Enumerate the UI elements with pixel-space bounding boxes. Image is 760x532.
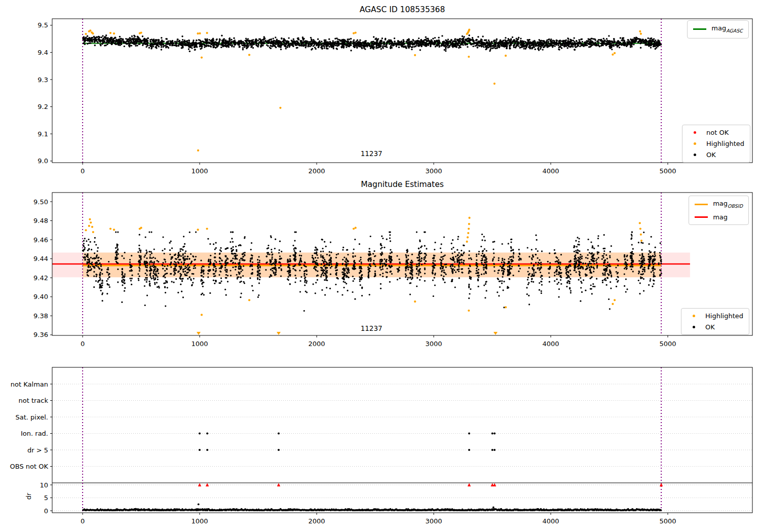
legend-label-highlighted: Highlighted [706,140,744,147]
top-ok-scatter [82,34,662,52]
svg-text:3000: 3000 [425,517,442,525]
legend-label-highlighted-mid: Highlighted [705,312,743,320]
legend-entry-mag: mag [695,213,743,221]
svg-text:9.40: 9.40 [33,293,48,300]
figure: 112370100020003000400050009.09.19.29.39.… [0,0,760,532]
top-chart: 112370100020003000400050009.09.19.29.39.… [37,19,752,175]
legend-entry-highlighted: Highlighted [688,140,744,147]
svg-text:not track: not track [18,397,48,404]
svg-text:0: 0 [81,340,85,348]
svg-text:1000: 1000 [191,340,208,348]
svg-text:2000: 2000 [308,517,325,525]
middle-legend-markers: Highlighted OK [681,308,749,335]
legend-label-mag-obsid: magOBSID [713,200,743,210]
top-chart-title: AGASC ID 108535368 [52,5,752,14]
svg-text:Sat. pixel.: Sat. pixel. [16,413,48,421]
svg-text:0: 0 [44,507,48,515]
not-ok-dot-swatch [688,131,701,134]
legend-label-mag-agasc: magAGASC [711,24,743,34]
ok-dot-swatch [688,154,701,156]
dr-trace [82,503,662,511]
svg-text:4000: 4000 [542,167,559,175]
legend-entry-highlighted-mid: Highlighted [687,312,743,320]
svg-text:4000: 4000 [542,517,559,525]
svg-text:9.44: 9.44 [33,255,48,262]
dr-axis-label: dr [25,493,32,500]
legend-entry-mag-obsid: magOBSID [695,200,743,210]
svg-text:1000: 1000 [191,167,208,175]
legend-entry-ok-mid: OK [687,323,743,331]
svg-text:9.38: 9.38 [33,312,48,320]
ok-dot-swatch-mid [687,326,700,328]
top-legend-markers: not OK Highlighted OK [682,125,750,163]
svg-text:3000: 3000 [425,340,442,348]
legend-label-ok: OK [706,151,716,159]
top-legend-mag-agasc: magAGASC [687,20,749,39]
svg-text:not Kalman: not Kalman [11,381,48,388]
mag-obsid-line-swatch [695,204,708,205]
highlighted-dot-swatch [688,142,701,145]
legend-label-mag: mag [713,213,728,221]
middle-chart: 112370100020003000400050009.369.389.409.… [33,193,752,348]
bottom-gridlines [52,384,752,511]
svg-text:10: 10 [40,481,48,489]
svg-text:9.2: 9.2 [37,103,48,110]
svg-text:4000: 4000 [542,340,559,348]
svg-text:5000: 5000 [659,167,676,175]
svg-text:0: 0 [81,167,85,175]
legend-entry-mag-agasc: magAGASC [693,24,743,34]
legend-label-ok-mid: OK [705,323,715,331]
svg-text:0: 0 [81,517,85,525]
mag-agasc-line-swatch [693,28,706,30]
svg-text:9.50: 9.50 [33,198,48,206]
middle-legend-lines: magOBSID mag [689,196,749,225]
mag-line-swatch [695,216,708,218]
legend-entry-ok: OK [688,151,744,159]
svg-text:5000: 5000 [659,340,676,348]
svg-text:3000: 3000 [425,167,442,175]
svg-text:9.3: 9.3 [37,76,48,84]
svg-text:5: 5 [44,494,48,502]
svg-text:9.0: 9.0 [37,157,48,165]
svg-text:Ion. rad.: Ion. rad. [21,430,48,437]
legend-entry-not-ok: not OK [688,129,744,136]
svg-text:9.5: 9.5 [37,21,48,29]
flag-dots [199,433,496,451]
legend-label-not-ok: not OK [706,129,729,136]
svg-text:9.36: 9.36 [33,331,48,338]
middle-clipped-low-markers [197,332,498,335]
svg-text:5000: 5000 [659,517,676,525]
plots-canvas: 112370100020003000400050009.09.19.29.39.… [0,0,760,532]
svg-text:2000: 2000 [308,340,325,348]
clipped-dr-markers [198,483,663,487]
svg-text:2000: 2000 [308,167,325,175]
top-annotation-obsid: 11237 [361,149,383,158]
svg-text:9.48: 9.48 [33,217,48,224]
middle-chart-title: Magnitude Estimates [52,180,752,189]
svg-text:9.46: 9.46 [33,236,48,244]
svg-text:1000: 1000 [191,517,208,525]
bottom-chart: 010002000300040005000not Kalmannot track… [10,367,753,525]
svg-text:OBS not OK: OBS not OK [10,463,49,470]
svg-text:9.1: 9.1 [37,130,48,138]
highlighted-dot-swatch-mid [687,315,700,317]
svg-text:9.4: 9.4 [37,49,48,56]
middle-annotation-obsid: 11237 [361,324,383,332]
svg-text:dr > 5: dr > 5 [27,446,48,454]
svg-text:9.42: 9.42 [33,274,48,282]
